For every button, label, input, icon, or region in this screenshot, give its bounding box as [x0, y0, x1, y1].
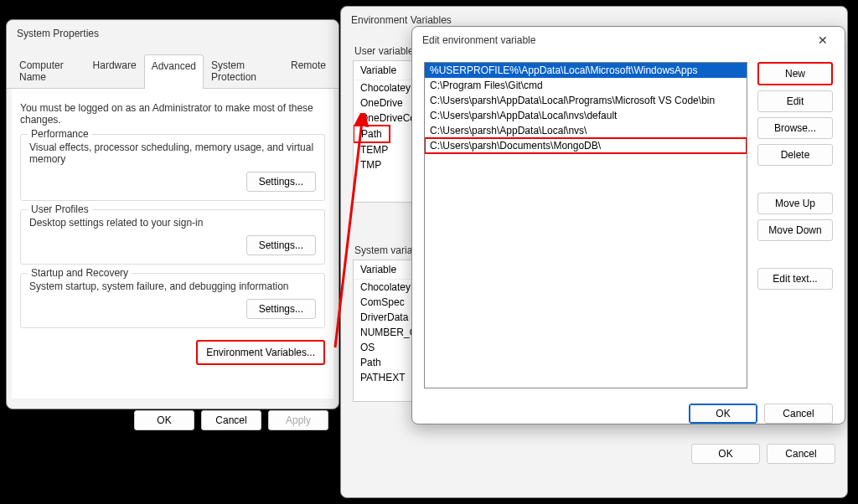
col-variable: Variable — [354, 260, 403, 279]
admin-note: You must be logged on as an Administrato… — [20, 102, 325, 126]
sysprops-titlebar[interactable]: System Properties — [7, 20, 339, 47]
new-button[interactable]: New — [757, 62, 833, 85]
edit-buttons-column: New Edit Browse... Delete Move Up Move D… — [757, 62, 833, 388]
edit-cancel-button[interactable]: Cancel — [764, 404, 833, 424]
move-up-button[interactable]: Move Up — [757, 193, 833, 214]
sysprops-footer: OK Cancel Apply — [7, 404, 339, 437]
edit-ok-button[interactable]: OK — [689, 404, 757, 424]
performance-desc: Visual effects, processor scheduling, me… — [29, 141, 316, 165]
sysprops-title: System Properties — [17, 28, 99, 39]
sysprops-tabs: Computer Name Hardware Advanced System P… — [7, 54, 339, 89]
edit-titlebar[interactable]: Edit environment variable ✕ — [412, 27, 845, 54]
user-profiles-group: User Profiles Desktop settings related t… — [20, 209, 325, 265]
environment-variables-button[interactable]: Environment Variables... — [196, 340, 325, 365]
edit-title: Edit environment variable — [422, 34, 535, 46]
path-entries-list[interactable]: %USERPROFILE%\AppData\Local\Microsoft\Wi… — [424, 62, 747, 388]
sysprops-cancel-button[interactable]: Cancel — [201, 410, 261, 430]
edit-text-button[interactable]: Edit text... — [757, 268, 833, 290]
browse-button[interactable]: Browse... — [757, 117, 833, 139]
path-entry[interactable]: C:\Users\parsh\AppData\Local\Programs\Mi… — [425, 93, 747, 108]
system-properties-window: System Properties Computer Name Hardware… — [6, 19, 339, 409]
performance-settings-button[interactable]: Settings... — [246, 172, 316, 192]
tab-hardware[interactable]: Hardware — [85, 54, 144, 88]
path-entry[interactable]: %USERPROFILE%\AppData\Local\Microsoft\Wi… — [425, 63, 747, 78]
tab-advanced[interactable]: Advanced — [144, 54, 204, 89]
envvars-title: Environment Variables — [351, 14, 452, 26]
close-icon[interactable]: ✕ — [811, 30, 835, 50]
edit-body: %USERPROFILE%\AppData\Local\Microsoft\Wi… — [412, 54, 845, 397]
move-down-button[interactable]: Move Down — [757, 219, 833, 241]
envvars-footer: OK Cancel — [341, 435, 847, 472]
performance-title: Performance — [28, 128, 92, 140]
sysprops-apply-button[interactable]: Apply — [268, 410, 328, 430]
path-entry-mongodb[interactable]: C:\Users\parsh\Documents\MongoDB\ — [425, 138, 747, 153]
edit-environment-variable-dialog: Edit environment variable ✕ %USERPROFILE… — [411, 26, 845, 424]
user-var-row-path[interactable]: Path — [354, 126, 390, 142]
tab-remote[interactable]: Remote — [283, 54, 333, 88]
startup-recovery-group: Startup and Recovery System startup, sys… — [20, 273, 325, 328]
tab-computer-name[interactable]: Computer Name — [12, 54, 85, 88]
edit-footer: OK Cancel — [412, 397, 845, 434]
delete-button[interactable]: Delete — [757, 144, 833, 166]
path-entry[interactable]: C:\Users\parsh\AppData\Local\nvs\default — [425, 108, 747, 123]
sysprops-ok-button[interactable]: OK — [134, 410, 194, 430]
startup-settings-button[interactable]: Settings... — [246, 299, 316, 319]
edit-button[interactable]: Edit — [757, 90, 833, 112]
startup-title: Startup and Recovery — [28, 267, 132, 279]
path-entry[interactable]: C:\Program Files\Git\cmd — [425, 78, 747, 93]
startup-desc: System startup, system failure, and debu… — [29, 280, 316, 292]
envvars-ok-button[interactable]: OK — [691, 444, 760, 464]
user-profiles-settings-button[interactable]: Settings... — [246, 235, 316, 255]
envvars-cancel-button[interactable]: Cancel — [767, 444, 835, 464]
user-profiles-title: User Profiles — [28, 203, 92, 215]
sysprops-body: You must be logged on as an Administrato… — [12, 89, 333, 399]
path-entry[interactable]: C:\Users\parsh\AppData\Local\nvs\ — [425, 123, 747, 138]
performance-group: Performance Visual effects, processor sc… — [20, 134, 325, 201]
tab-system-protection[interactable]: System Protection — [204, 54, 283, 88]
col-variable: Variable — [354, 61, 403, 80]
user-profiles-desc: Desktop settings related to your sign-in — [29, 217, 316, 229]
